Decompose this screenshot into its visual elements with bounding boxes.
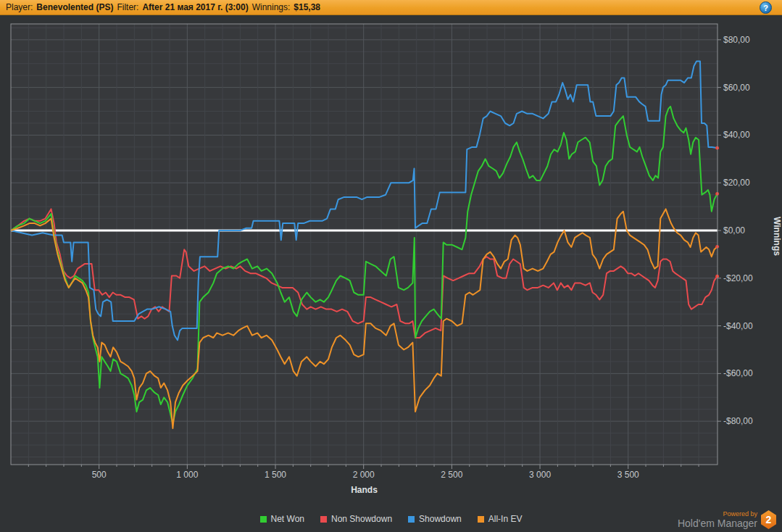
hm2-badge-icon: 2 — [761, 510, 776, 529]
y-tick-label: -$60,00 — [723, 368, 753, 378]
y-tick-label: -$40,00 — [723, 321, 753, 331]
legend-label: Non Showdown — [331, 514, 392, 524]
y-tick-label: $0,00 — [723, 225, 745, 236]
winnings-value: $15,38 — [294, 2, 320, 12]
net-won-swatch-icon — [260, 516, 267, 523]
winnings-graph-canvas: 5001 0001 5002 0002 5003 0003 500Hands$8… — [0, 15, 782, 532]
x-tick-label: 3 000 — [529, 470, 551, 480]
all-in-ev-swatch-icon — [478, 516, 484, 523]
player-value: Benevolented (PS) — [36, 2, 113, 12]
help-icon[interactable]: ? — [760, 1, 772, 14]
x-tick-label: 2 000 — [353, 470, 375, 480]
legend-item-showdown[interactable]: Showdown — [408, 514, 462, 524]
y-tick-label: $20,00 — [723, 178, 750, 188]
y-tick-label: -$80,00 — [723, 416, 753, 426]
hem2-graph-window: Player: Benevolented (PS) Filter: After … — [0, 0, 782, 532]
y-axis-title: Winnings — [772, 217, 782, 256]
y-axis: $80,00$60,00$40,00$20,00$0,00-$20,00-$40… — [717, 35, 782, 426]
x-tick-label: 500 — [92, 470, 107, 480]
legend-label: Net Won — [271, 514, 304, 524]
showdown-swatch-icon — [408, 516, 415, 523]
x-tick-label: 2 500 — [441, 470, 462, 480]
winnings-label: Winnings: — [252, 2, 291, 12]
legend-label: Showdown — [419, 514, 462, 524]
y-tick-label: $60,00 — [723, 83, 750, 93]
x-axis-title: Hands — [351, 485, 378, 495]
filter-label: Filter: — [117, 2, 138, 12]
y-tick-label: $80,00 — [723, 35, 750, 45]
y-tick-label: $40,00 — [723, 130, 750, 140]
x-tick-label: 1 000 — [176, 470, 198, 480]
y-tick-label: -$20,00 — [723, 273, 753, 283]
filter-value: After 21 мая 2017 г. (3:00) — [142, 2, 248, 12]
winnings-graph: 5001 0001 5002 0002 5003 0003 500Hands$8… — [0, 15, 782, 532]
player-label: Player: — [6, 2, 33, 12]
chart-legend: Net Won Non Showdown Showdown All-In EV — [0, 514, 782, 524]
legend-item-net-won[interactable]: Net Won — [260, 514, 304, 524]
x-tick-label: 3 500 — [617, 470, 639, 480]
x-axis: 5001 0001 5002 0002 5003 0003 500Hands — [28, 465, 699, 495]
brand-name-text: Hold'em Manager — [678, 518, 757, 529]
x-tick-label: 1 500 — [265, 470, 286, 480]
legend-item-non-showdown[interactable]: Non Showdown — [320, 514, 392, 524]
legend-label: All-In EV — [488, 514, 523, 524]
holdem-manager-branding: Powered by Hold'em Manager 2 — [678, 510, 776, 529]
status-bar: Player: Benevolented (PS) Filter: After … — [0, 0, 782, 15]
legend-item-all-in-ev[interactable]: All-In EV — [478, 514, 523, 524]
non-showdown-swatch-icon — [320, 516, 327, 523]
